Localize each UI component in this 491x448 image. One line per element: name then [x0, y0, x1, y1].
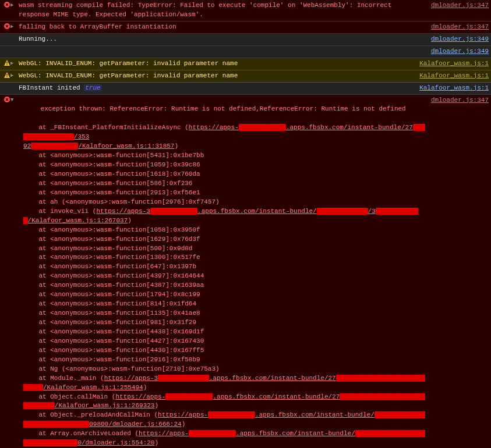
console-row: ▶falling back to ArrayBuffer instantiati…	[0, 22, 491, 34]
stack-frame: at <anonymous>:wasm-function[586]:0xf236	[23, 179, 425, 189]
exception-headline: exception thrown: ReferenceError: Runtim…	[41, 105, 406, 112]
source-link[interactable]: Kalafoor_wasm.js:1	[414, 59, 489, 69]
console-message: wasm streaming compile failed: TypeError…	[16, 1, 425, 20]
stack-frame: at <anonymous>:wasm-function[814]:0x1fd6…	[23, 300, 425, 309]
stack-frame: at <anonymous>:wasm-function[1058]:0x395…	[23, 226, 425, 235]
stack-frame: at <anonymous>:wasm-function[1629]:0x76d…	[23, 235, 425, 244]
expand-arrow	[10, 35, 16, 35]
console-row-exception: ▼ exception thrown: ReferenceError: Runt…	[0, 95, 491, 449]
source-link[interactable]: dmloader.js:349	[425, 47, 489, 56]
stack-frame: at <anonymous>:wasm-function[4427]:0x167…	[23, 337, 425, 346]
svg-rect-8	[6, 64, 7, 65]
console-row: dmloader.js:349	[0, 46, 491, 58]
source-link[interactable]: dmloader.js:347	[425, 96, 489, 105]
stack-frame: at Module._main (https://apps-3█████████…	[23, 374, 425, 393]
expand-arrow[interactable]: ▶	[10, 72, 16, 80]
expand-arrow[interactable]: ▼	[10, 96, 16, 104]
blank-icon	[3, 35, 10, 35]
expand-arrow[interactable]: ▶	[10, 1, 16, 9]
stack-frame: at <anonymous>:wasm-function[4397]:0x164…	[23, 272, 425, 281]
stack-frame: at <anonymous>:wasm-function[4430]:0x167…	[23, 346, 425, 355]
svg-rect-11	[6, 76, 7, 77]
error-icon	[3, 96, 10, 102]
stack-frame: at <anonymous>:wasm-function[500]:0x9d8d	[23, 244, 425, 254]
devtools-console: ▶wasm streaming compile failed: TypeErro…	[0, 0, 491, 448]
expand-arrow	[10, 84, 16, 84]
console-message: exception thrown: ReferenceError: Runtim…	[16, 96, 425, 449]
stack-frame-link[interactable]: 92████████████/Kalafoor_wasm.js:1:31857	[23, 143, 174, 150]
console-message: WebGL: INVALID_ENUM: getParameter: inval…	[16, 59, 414, 69]
expand-arrow[interactable]: ▶	[10, 23, 16, 31]
warning-icon	[3, 72, 10, 78]
console-message: WebGL: INVALID_ENUM: getParameter: inval…	[16, 72, 414, 81]
stack-frame: at Ng (<anonymous>:wasm-function[2710]:0…	[23, 365, 425, 374]
blank-icon	[3, 84, 10, 84]
stack-frame: at <anonymous>:wasm-function[4387]:0x163…	[23, 281, 425, 290]
error-icon	[3, 23, 10, 29]
stack-frame: at Object.callMain (https://apps-███████…	[23, 393, 425, 411]
stack-frame: at <anonymous>:wasm-function[1618]:0x760…	[23, 170, 425, 179]
stack-frame: at <anonymous>:wasm-function[4438]:0x169…	[23, 328, 425, 337]
expand-arrow	[10, 47, 16, 48]
stack-frame: at invoke_vii (	[23, 208, 96, 215]
stack-frame: at <anonymous>:wasm-function[1794]:0x8c1…	[23, 290, 425, 300]
svg-rect-7	[6, 62, 7, 64]
stack-frame: at <anonymous>:wasm-function[1135]:0x41a…	[23, 309, 425, 318]
console-row: Running...dmloader.js:349	[0, 34, 491, 46]
warning-icon	[3, 59, 10, 66]
console-row: ▶WebGL: INVALID_ENUM: getParameter: inva…	[0, 58, 491, 70]
stack-frame: at <anonymous>:wasm-function[1059]:0x39c…	[23, 161, 425, 170]
svg-rect-10	[6, 74, 7, 76]
console-row: ▶wasm streaming compile failed: TypeErro…	[0, 0, 491, 22]
stack-frame: at <anonymous>:wasm-function[981]:0x31f2…	[23, 318, 425, 328]
source-link[interactable]: Kalafoor_wasm.js:1	[414, 72, 489, 81]
stack-frame: at _FBInstant_PlatformInitializeAsync (	[23, 124, 189, 131]
console-row: ▶WebGL: INVALID_ENUM: getParameter: inva…	[0, 70, 491, 83]
console-message: falling back to ArrayBuffer instantiatio…	[16, 23, 425, 32]
stack-frame: at <anonymous>:wasm-function[5431]:0x1be…	[23, 151, 425, 161]
console-row: FBInstant inited trueKalafoor_wasm.js:1	[0, 83, 491, 95]
console-message: Running...	[16, 35, 425, 44]
stack-frame: at Object._preloadAndCallMain (https://a…	[23, 411, 425, 429]
source-link[interactable]: dmloader.js:349	[425, 35, 489, 44]
stack-frame: at <anonymous>:wasm-function[2913]:0xf56…	[23, 189, 425, 198]
blank-icon	[3, 47, 10, 48]
stack-trace: at _FBInstant_PlatformInitializeAsync (h…	[17, 123, 425, 448]
expand-arrow[interactable]: ▶	[10, 59, 16, 67]
console-message: FBInstant inited true	[16, 84, 414, 93]
stack-frame: at <anonymous>:wasm-function[1300]:0x517…	[23, 253, 425, 262]
stack-frame: at <anonymous>:wasm-function[2916]:0xf58…	[23, 355, 425, 365]
source-link[interactable]: dmloader.js:347	[425, 23, 489, 32]
stack-frame: at <anonymous>:wasm-function[647]:0x1397…	[23, 262, 425, 272]
source-link[interactable]: Kalafoor_wasm.js:1	[414, 84, 489, 93]
stack-frame: at Array.onArchiveLoaded (https://apps-█…	[23, 429, 425, 448]
stack-frame: at ah (<anonymous>:wasm-function[2976]:0…	[23, 198, 425, 207]
boolean-value: true	[84, 84, 101, 91]
source-link[interactable]: dmloader.js:347	[425, 1, 489, 10]
error-icon	[3, 1, 10, 8]
